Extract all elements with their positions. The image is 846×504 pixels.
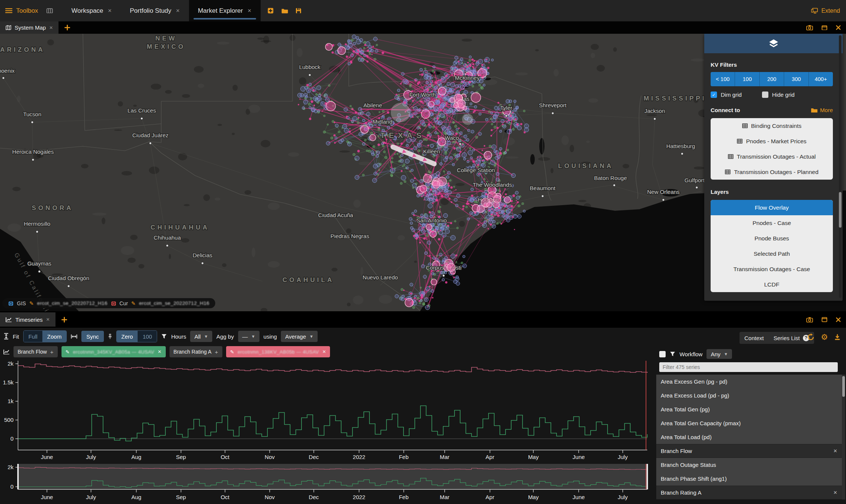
kv-filter-400+[interactable]: 400+ (809, 72, 833, 86)
maximize-window-icon[interactable] (822, 317, 827, 322)
series-list-item-area-total-load-pd-[interactable]: Area Total Load (pd) (656, 430, 842, 444)
workflow-any-dropdown[interactable]: Any▼ (706, 349, 732, 359)
connect-item-transmission-outages-planned[interactable]: Transmission Outages - Planned (711, 164, 833, 180)
new-workspace-icon[interactable] (267, 8, 274, 14)
close-window-icon[interactable] (836, 25, 841, 30)
series-list-scrollbar-thumb[interactable] (842, 376, 845, 397)
zero-button[interactable]: Zero (117, 331, 138, 342)
layer-item-pnodes-case[interactable]: Pnodes - Case (711, 215, 833, 231)
dim-grid-option[interactable]: ✓ Dim grid (711, 92, 742, 98)
dim-grid-checkbox[interactable]: ✓ (711, 92, 717, 98)
series-list-item-branch-phase-shift-ang1-[interactable]: Branch Phase Shift (ang1) (656, 472, 842, 486)
add-series-icon[interactable]: + (50, 349, 54, 355)
settings-gear-icon[interactable]: ⚙ (821, 333, 828, 342)
toolbox-label[interactable]: Toolbox (16, 7, 38, 15)
main-tab-workspace[interactable]: Workspace✕ (63, 0, 121, 21)
pin-icon[interactable] (108, 334, 112, 339)
layer-item-pnode-buses[interactable]: Pnode Buses (711, 231, 833, 246)
series-list-item-branch-outage-status[interactable]: Branch Outage Status (656, 458, 842, 472)
context-tab[interactable]: Context (740, 332, 769, 344)
map-case-statusbar[interactable]: GIS ✎ ercot_cim_se_20220712_H16 Cur ✎ er… (2, 298, 215, 308)
kv-filter-300[interactable]: 300 (784, 72, 808, 86)
layers-panel-header[interactable] (704, 34, 843, 53)
layer-item-lcdf[interactable]: LCDF (711, 277, 833, 292)
edit-current-case-icon[interactable]: ✎ (131, 300, 136, 306)
layer-item-transmission-outages-case[interactable]: Transmission Outages - Case (711, 261, 833, 277)
tab-timeseries[interactable]: Timeseries ✕ (0, 312, 56, 327)
close-tab-icon[interactable]: ✕ (176, 8, 180, 14)
remove-series-icon[interactable]: ✕ (322, 349, 326, 354)
zoom-button[interactable]: Zoom (42, 331, 66, 342)
menu-icon[interactable] (5, 8, 12, 14)
series-instance-tag[interactable]: ✎ercotnmn_345KV_AB05a — 4USAV✕ (62, 346, 166, 357)
tab-system-map[interactable]: System Map ✕ (0, 21, 58, 34)
series-list-item-branch-rating-a[interactable]: Branch Rating A✕ (656, 486, 842, 500)
series-actions: ⚙ (807, 333, 840, 342)
full-button[interactable]: Full (24, 331, 42, 342)
edit-series-icon[interactable]: ✎ (230, 349, 234, 355)
maximize-window-icon[interactable] (822, 25, 827, 30)
kv-filter-<100[interactable]: < 100 (711, 72, 735, 86)
screenshot-camera-icon[interactable] (806, 25, 813, 30)
layout-columns-icon[interactable] (46, 8, 53, 14)
timeseries-chart[interactable]: 05001k1.5k2kJuneJulyAugSepOctNovDec2022F… (0, 359, 654, 504)
refresh-icon[interactable] (807, 333, 814, 341)
series-filter-input[interactable] (659, 362, 838, 372)
system-map-canvas[interactable]: ARIZONANEWMEXICOSONORACHIHUAHUACOAHUILAT… (0, 34, 846, 311)
screenshot-camera-icon[interactable] (806, 317, 813, 322)
sync-button[interactable]: Sync (81, 331, 104, 342)
hide-grid-checkbox[interactable] (762, 92, 768, 98)
svg-text:Dec: Dec (309, 494, 319, 500)
svg-text:Waco: Waco (445, 135, 459, 141)
series-list-scrollbar[interactable] (842, 375, 845, 500)
save-icon[interactable] (296, 8, 302, 14)
more-button[interactable]: More (811, 107, 833, 113)
series-list-item-area-total-gen-capacity-pmax-[interactable]: Area Total Gen Capacity (pmax) (656, 416, 842, 430)
series-list-item-area-excess-gen-pg-pd-[interactable]: Area Excess Gen (pg - pd) (656, 375, 842, 388)
layer-item-flow-overlay[interactable]: Flow Overlay (711, 200, 833, 215)
close-tab-icon[interactable]: ✕ (108, 8, 112, 14)
hundred-button[interactable]: 100 (138, 331, 157, 342)
svg-text:COAHUILA: COAHUILA (282, 276, 334, 284)
add-map-tab-icon[interactable] (64, 25, 70, 30)
connect-item-binding-constraints[interactable]: Binding Constraints (711, 118, 833, 134)
panel-scrollbar[interactable] (839, 35, 842, 298)
horizontal-fit-icon[interactable] (71, 334, 77, 339)
series-instance-tag[interactable]: ✎ercotnmn_138KV_AB05b — 4USAV✕ (226, 346, 330, 357)
close-tab-icon[interactable]: ✕ (248, 8, 252, 14)
layer-item-selected-path[interactable]: Selected Path (711, 246, 833, 261)
series-group-tag-branch-rating-a[interactable]: Branch Rating A+ (170, 346, 222, 357)
kv-filter-200[interactable]: 200 (760, 72, 784, 86)
close-tab-icon[interactable]: ✕ (46, 317, 50, 322)
connect-item-pnodes-market-prices[interactable]: Pnodes - Market Prices (711, 134, 833, 149)
deselect-series-icon[interactable]: ✕ (833, 448, 837, 454)
add-timeseries-tab-icon[interactable] (62, 317, 67, 322)
remove-series-icon[interactable]: ✕ (158, 349, 162, 354)
using-dropdown[interactable]: Average▼ (281, 331, 318, 342)
workflow-checkbox[interactable] (659, 351, 666, 357)
main-tab-market-explorer[interactable]: Market Explorer✕ (189, 0, 261, 21)
edit-series-icon[interactable]: ✎ (66, 349, 70, 355)
series-list-item-branch-flow[interactable]: Branch Flow✕ (656, 444, 842, 458)
connect-to-card: Binding ConstraintsPnodes - Market Price… (711, 118, 833, 180)
hide-grid-option[interactable]: Hide grid (762, 92, 795, 98)
series-group-tag-branch-flow[interactable]: Branch Flow+ (14, 346, 58, 357)
fit-vertical-icon[interactable] (4, 333, 9, 339)
add-series-icon[interactable]: + (215, 349, 218, 355)
series-list-item-area-excess-load-pd-pg-[interactable]: Area Excess Load (pd - pg) (656, 388, 842, 402)
download-icon[interactable] (834, 334, 840, 340)
hours-dropdown[interactable]: All▼ (190, 331, 212, 342)
agg-dropdown[interactable]: —▼ (238, 331, 260, 342)
open-folder-icon[interactable] (281, 8, 288, 14)
main-tab-portfolio-study[interactable]: Portfolio Study✕ (121, 0, 189, 21)
edit-gis-case-icon[interactable]: ✎ (29, 300, 34, 306)
series-list-item-area-total-gen-pg-[interactable]: Area Total Gen (pg) (656, 402, 842, 416)
extend-button[interactable]: Extend (811, 0, 840, 21)
panel-scrollbar-thumb[interactable] (839, 192, 842, 228)
close-tab-icon[interactable]: ✕ (49, 25, 53, 30)
deselect-series-icon[interactable]: ✕ (833, 490, 837, 495)
close-window-icon[interactable] (836, 317, 841, 322)
kv-filter-100[interactable]: 100 (735, 72, 759, 86)
svg-text:Feb: Feb (399, 494, 409, 500)
connect-item-transmission-outages-actual[interactable]: Transmission Outages - Actual (711, 149, 833, 164)
